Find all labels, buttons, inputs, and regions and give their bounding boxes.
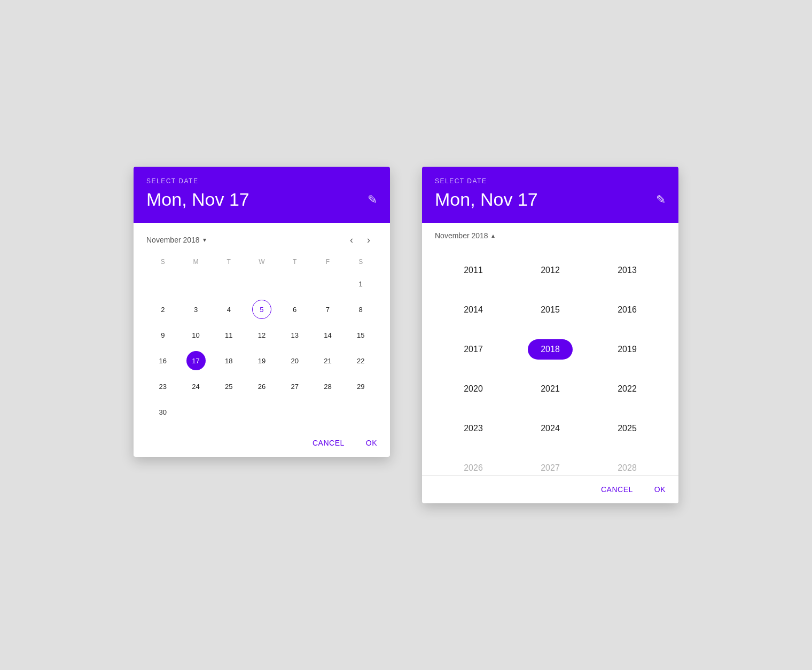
day-cell: 14	[311, 322, 345, 348]
day-cell: 26	[245, 373, 278, 399]
day-number[interactable]: 5	[252, 300, 271, 319]
day-number[interactable]: 15	[351, 325, 370, 345]
ok-button-left[interactable]: OK	[357, 433, 386, 453]
day-number[interactable]: 10	[186, 325, 206, 345]
day-number[interactable]: 18	[219, 351, 238, 370]
day-number[interactable]: 7	[318, 300, 337, 319]
day-number	[351, 402, 370, 422]
day-cell: 4	[212, 297, 245, 322]
next-month-button[interactable]: ›	[360, 231, 377, 248]
day-cell: 18	[212, 348, 245, 373]
day-number[interactable]: 30	[153, 402, 173, 422]
day-cell: 12	[245, 322, 278, 348]
day-number[interactable]: 13	[285, 325, 304, 345]
day-cell	[245, 271, 278, 297]
day-number[interactable]: 2	[153, 300, 173, 319]
year-number[interactable]: 2015	[528, 300, 573, 320]
year-number[interactable]: 2014	[451, 300, 496, 320]
year-cell: 2014	[435, 290, 512, 330]
day-cell: 13	[278, 322, 311, 348]
year-number[interactable]: 2020	[451, 379, 496, 399]
dropdown-arrow-icon: ▾	[203, 236, 206, 244]
year-number[interactable]: 2025	[605, 418, 650, 439]
day-number[interactable]: 28	[318, 377, 337, 396]
year-cell: 2015	[512, 290, 589, 330]
next-icon: ›	[367, 235, 370, 246]
ok-button-right[interactable]: OK	[646, 480, 674, 499]
day-number[interactable]: 6	[285, 300, 304, 319]
day-cell	[278, 271, 311, 297]
prev-month-button[interactable]: ‹	[343, 231, 360, 248]
day-number[interactable]: 29	[351, 377, 370, 396]
year-number[interactable]: 2023	[451, 418, 496, 439]
day-number[interactable]: 17	[186, 351, 206, 370]
year-number[interactable]: 2013	[605, 260, 650, 281]
day-number[interactable]: 24	[186, 377, 206, 396]
edit-icon-right[interactable]: ✎	[656, 193, 666, 207]
day-number[interactable]: 11	[219, 325, 238, 345]
month-label-text-right: November 2018	[435, 231, 488, 240]
day-number[interactable]: 16	[153, 351, 173, 370]
day-cell: 2	[146, 297, 179, 322]
year-number[interactable]: 2026	[451, 458, 496, 471]
year-cell: 2022	[589, 369, 666, 409]
day-number[interactable]: 9	[153, 325, 173, 345]
weekday-row: SMTWTFS	[146, 255, 377, 269]
day-cell	[344, 399, 377, 425]
year-number[interactable]: 2017	[451, 339, 496, 360]
year-number[interactable]: 2018	[528, 339, 573, 360]
day-cell: 21	[311, 348, 345, 373]
year-number[interactable]: 2019	[605, 339, 650, 360]
year-cell: 2027	[512, 448, 589, 471]
year-number[interactable]: 2027	[528, 458, 573, 471]
header-row-right: Mon, Nov 17 ✎	[435, 189, 666, 210]
day-cell	[278, 399, 311, 425]
selected-date-right: Mon, Nov 17	[435, 189, 538, 210]
day-number	[285, 402, 304, 422]
day-number	[285, 274, 304, 293]
day-number[interactable]: 26	[252, 377, 271, 396]
cancel-button-right[interactable]: CANCEL	[592, 480, 642, 499]
day-cell	[311, 399, 345, 425]
day-number[interactable]: 22	[351, 351, 370, 370]
year-cell: 2025	[589, 409, 666, 448]
collapse-arrow-icon: ▴	[491, 232, 495, 239]
day-cell: 24	[179, 373, 213, 399]
weekday-label: M	[179, 255, 213, 269]
year-number[interactable]: 2016	[605, 300, 650, 320]
year-number[interactable]: 2012	[528, 260, 573, 281]
day-number[interactable]: 23	[153, 377, 173, 396]
year-number[interactable]: 2028	[605, 458, 650, 471]
year-number[interactable]: 2024	[528, 418, 573, 439]
day-cell: 11	[212, 322, 245, 348]
day-number[interactable]: 1	[351, 274, 370, 293]
year-number[interactable]: 2011	[451, 260, 496, 281]
month-label-left[interactable]: November 2018 ▾	[146, 236, 343, 244]
year-number[interactable]: 2021	[528, 379, 573, 399]
year-picker-body: November 2018 ▴ 201120122013201420152016…	[422, 223, 678, 475]
calendar-dialog: SELECT DATE Mon, Nov 17 ✎ November 2018 …	[134, 167, 390, 457]
edit-icon-left[interactable]: ✎	[368, 193, 377, 207]
year-cell: 2018	[512, 330, 589, 369]
year-number[interactable]: 2022	[605, 379, 650, 399]
cancel-button-left[interactable]: CANCEL	[304, 433, 353, 453]
month-nav-right: November 2018 ▴	[435, 231, 666, 240]
day-number[interactable]: 14	[318, 325, 337, 345]
day-cell: 10	[179, 322, 213, 348]
weekday-label: S	[146, 255, 179, 269]
day-number[interactable]: 19	[252, 351, 271, 370]
day-number[interactable]: 3	[186, 300, 206, 319]
day-cell: 9	[146, 322, 179, 348]
day-number[interactable]: 25	[219, 377, 238, 396]
day-cell: 7	[311, 297, 345, 322]
day-number	[186, 402, 206, 422]
day-number[interactable]: 20	[285, 351, 304, 370]
month-label-right[interactable]: November 2018 ▴	[435, 231, 666, 240]
day-number[interactable]: 12	[252, 325, 271, 345]
day-number[interactable]: 4	[219, 300, 238, 319]
day-number[interactable]: 8	[351, 300, 370, 319]
day-number[interactable]: 21	[318, 351, 337, 370]
year-cell: 2026	[435, 448, 512, 471]
day-cell: 25	[212, 373, 245, 399]
day-number[interactable]: 27	[285, 377, 304, 396]
